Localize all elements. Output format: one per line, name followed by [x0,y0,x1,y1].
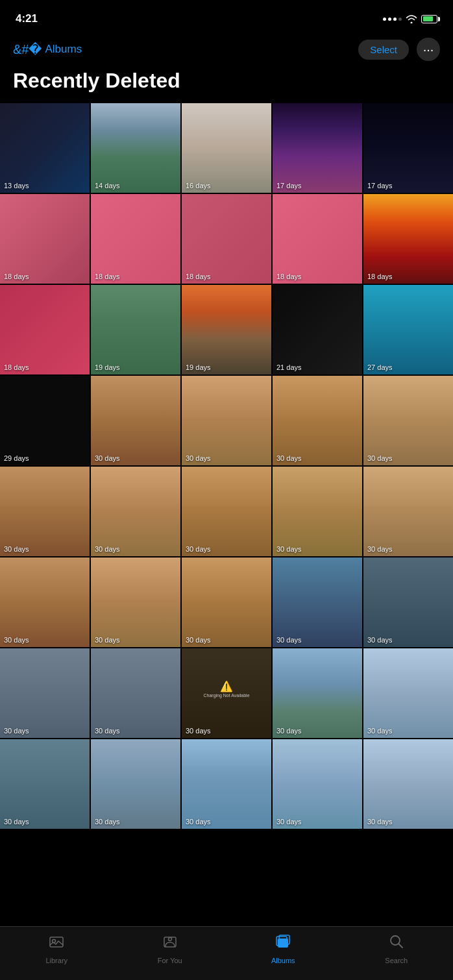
days-label: 30 days [186,636,211,644]
days-label: 13 days [4,182,29,190]
photo-cell[interactable]: 30 days [0,739,90,829]
photo-cell[interactable]: 18 days [363,194,453,284]
photo-cell[interactable]: 19 days [182,285,271,374]
photo-grid-scroll: 13 days14 days16 days17 days17 days18 da… [0,103,453,894]
tab-search-label: Search [385,957,408,964]
photo-cell[interactable]: 30 days [363,648,453,738]
days-label: 19 days [186,363,211,371]
tab-library-label: Library [45,957,67,964]
back-label: Albums [45,43,82,56]
photo-cell[interactable]: 18 days [0,194,90,284]
photo-cell[interactable]: 30 days [363,467,453,556]
tab-bar: Library For You Albums Sea [0,926,453,980]
photo-cell[interactable]: 17 days [363,103,453,193]
photo-cell[interactable]: 30 days [182,557,271,647]
tab-albums-label: Albums [271,957,295,964]
days-label: 30 days [4,727,29,735]
svg-rect-0 [50,937,63,947]
photo-cell[interactable]: 30 days [363,739,453,829]
photo-cell[interactable]: 18 days [91,194,180,284]
days-label: 30 days [367,727,393,735]
days-label: 30 days [95,727,120,735]
photo-grid: 13 days14 days16 days17 days17 days18 da… [0,103,453,829]
photo-cell[interactable]: 30 days [182,376,271,465]
photo-cell[interactable]: 30 days [363,557,453,647]
days-label: 30 days [367,454,393,462]
photo-cell[interactable]: 18 days [182,194,271,284]
back-chevron-icon: &#� [13,42,42,57]
days-label: 30 days [186,454,211,462]
photo-cell[interactable]: 30 days [273,557,362,647]
photo-cell[interactable]: 30 days [0,467,90,556]
library-icon [48,933,65,954]
days-label: 30 days [276,818,302,826]
photo-cell[interactable]: 30 days [273,648,362,738]
days-label: 30 days [186,727,211,735]
tab-search[interactable]: Search [371,933,422,964]
days-label: 30 days [367,636,393,644]
days-label: 30 days [95,636,120,644]
days-label: 30 days [367,545,393,553]
days-label: 29 days [4,454,29,462]
battery-icon [421,15,437,23]
photo-cell[interactable]: ⚠️Charging Not Available30 days [182,648,271,738]
days-label: 30 days [95,545,120,553]
photo-cell[interactable]: 30 days [273,467,362,556]
days-label: 19 days [95,363,120,371]
for-you-icon [162,933,178,954]
photo-cell[interactable]: 30 days [91,648,180,738]
photo-cell[interactable]: 30 days [91,376,180,465]
search-tab-icon [388,933,405,954]
days-label: 21 days [276,363,302,371]
nav-actions: Select ··· [358,38,440,61]
photo-cell[interactable]: 27 days [363,285,453,374]
photo-cell[interactable]: 30 days [363,376,453,465]
photo-cell[interactable]: 30 days [273,376,362,465]
days-label: 30 days [276,636,302,644]
photo-cell[interactable]: 19 days [91,285,180,374]
status-bar: 4:21 [0,0,453,32]
photo-cell[interactable]: 16 days [182,103,271,193]
days-label: 27 days [367,363,393,371]
photo-cell[interactable]: 14 days [91,103,180,193]
days-label: 16 days [186,182,211,190]
days-label: 18 days [367,273,393,280]
photo-cell[interactable]: 30 days [0,648,90,738]
photo-cell[interactable]: 30 days [0,557,90,647]
photo-cell[interactable]: 30 days [273,739,362,829]
photo-cell[interactable]: 29 days [0,376,90,465]
albums-icon [275,933,291,954]
photo-cell[interactable]: 30 days [182,739,271,829]
more-button[interactable]: ··· [417,38,440,61]
days-label: 18 days [4,273,29,280]
days-label: 30 days [276,454,302,462]
photo-cell[interactable]: 30 days [182,467,271,556]
photo-cell[interactable]: 18 days [0,285,90,374]
days-label: 30 days [276,727,302,735]
days-label: 30 days [186,545,211,553]
photo-cell[interactable]: 30 days [91,739,180,829]
days-label: 30 days [276,545,302,553]
days-label: 18 days [186,273,211,280]
days-label: 17 days [367,182,393,190]
tab-library[interactable]: Library [31,933,82,964]
photo-cell[interactable]: 30 days [91,467,180,556]
page-title: Recently Deleted [0,66,453,103]
select-button[interactable]: Select [358,40,409,60]
days-label: 30 days [4,636,29,644]
days-label: 30 days [95,454,120,462]
days-label: 30 days [4,545,29,553]
back-button[interactable]: &#� Albums [13,42,82,57]
photo-cell[interactable]: 30 days [91,557,180,647]
status-icons [383,14,437,23]
photo-cell[interactable]: 18 days [273,194,362,284]
svg-point-3 [168,938,171,941]
photo-cell[interactable]: 17 days [273,103,362,193]
days-label: 17 days [276,182,302,190]
days-label: 30 days [367,818,393,826]
days-label: 14 days [95,182,120,190]
tab-albums[interactable]: Albums [257,933,309,964]
tab-for-you[interactable]: For You [144,933,196,964]
photo-cell[interactable]: 13 days [0,103,90,193]
photo-cell[interactable]: 21 days [273,285,362,374]
